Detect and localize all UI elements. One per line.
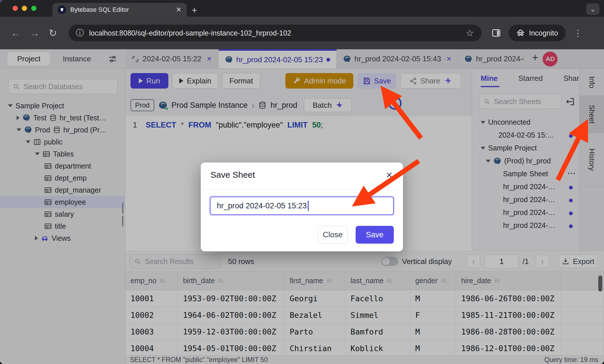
chevron-down-icon: ⌄ — [590, 5, 596, 13]
url-text[interactable]: localhost:8080/sql-editor/prod-sample-in… — [89, 29, 466, 37]
incognito-label: Incognito — [529, 29, 558, 37]
site-info-icon[interactable]: ⓘ — [76, 28, 84, 38]
new-tab-button[interactable]: + — [192, 5, 197, 16]
modal-save-button[interactable]: Save — [356, 226, 394, 244]
close-window-button[interactable] — [13, 6, 18, 11]
modal-title: Save Sheet — [211, 170, 255, 180]
sheet-name-value: hr_prod 2024-02-05 15:23 — [217, 201, 307, 210]
modal-divider — [201, 189, 403, 189]
text-cursor — [308, 201, 309, 211]
browser-menu-icon[interactable]: ⋮ — [574, 28, 582, 38]
address-bar[interactable]: ⓘ localhost:8080/sql-editor/prod-sample-… — [69, 25, 482, 41]
browser-tab[interactable]: Bytebase SQL Editor ✕ — [52, 3, 187, 17]
tab-search-button[interactable]: ⌄ — [586, 3, 599, 15]
window-controls[interactable] — [13, 6, 39, 12]
back-button[interactable]: ← — [11, 28, 21, 39]
modal-close-icon[interactable]: ✕ — [386, 171, 393, 180]
incognito-badge: Incognito — [508, 25, 566, 41]
side-panel-icon[interactable] — [491, 28, 501, 38]
browser-tab-strip: Bytebase SQL Editor ✕ + ⌄ — [0, 0, 604, 17]
minimize-window-button[interactable] — [22, 6, 27, 11]
bookmark-star-icon[interactable]: ☆ — [466, 28, 474, 38]
bytebase-favicon-icon — [58, 5, 66, 14]
modal-close-button[interactable]: Close — [318, 226, 348, 244]
sheet-name-input[interactable]: hr_prod 2024-02-05 15:23 — [210, 197, 394, 215]
incognito-icon — [516, 28, 525, 38]
screenshot-window: Bytebase SQL Editor ✕ + ⌄ ← → ↻ ⓘ localh… — [0, 0, 604, 364]
forward-button[interactable]: → — [30, 28, 40, 39]
maximize-window-button[interactable] — [31, 6, 36, 11]
reload-button[interactable]: ↻ — [49, 27, 57, 39]
save-sheet-modal: Save Sheet ✕ hr_prod 2024-02-05 15:23 Cl… — [201, 163, 403, 251]
close-tab-icon[interactable]: ✕ — [176, 6, 182, 13]
browser-tab-title: Bytebase SQL Editor — [70, 6, 176, 13]
browser-toolbar: ← → ↻ ⓘ localhost:8080/sql-editor/prod-s… — [0, 17, 604, 49]
